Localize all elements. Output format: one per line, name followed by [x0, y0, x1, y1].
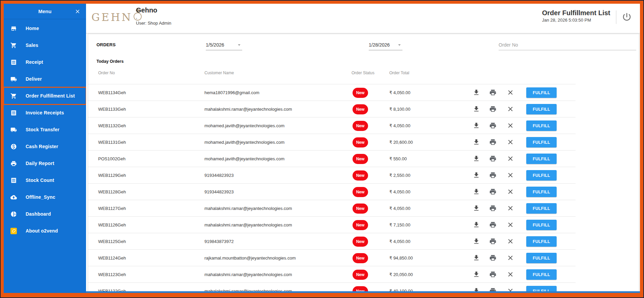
power-icon[interactable]	[622, 12, 632, 22]
sidebar-item-cash-register[interactable]: Cash Register	[4, 138, 86, 155]
sidebar: Menu HomeSalesReceiptDeliverOrder Fulfil…	[4, 4, 86, 293]
cart-icon	[10, 93, 17, 99]
sidebar-item-label: Daily Report	[26, 161, 54, 166]
timestamp: Jan 28, 2026 5:03:50 PM	[542, 18, 610, 23]
sidebar-item-stock-count[interactable]: Stock Count	[4, 172, 86, 189]
table-row: WEB1133Gehmahalakshmi.ramar@jeyantechnol…	[88, 101, 576, 117]
cancel-button[interactable]	[507, 171, 514, 179]
download-icon	[473, 221, 480, 228]
date-to-picker[interactable]: 1/28/2026	[369, 39, 402, 50]
print-button[interactable]	[489, 271, 497, 278]
sidebar-item-receipt[interactable]: Receipt	[4, 54, 86, 71]
download-button[interactable]	[473, 171, 480, 179]
sidebar-item-invoice-receipts[interactable]: Invoice Receipts	[4, 104, 86, 121]
print-button[interactable]	[489, 221, 497, 228]
order-no-input[interactable]	[499, 39, 636, 50]
cancel-button[interactable]	[507, 155, 514, 162]
close-icon	[507, 171, 514, 179]
print-button[interactable]	[489, 205, 497, 212]
header: GEHN Gehno , User: Shop Admin Order Fulf…	[86, 4, 640, 33]
download-button[interactable]	[473, 105, 480, 113]
sidebar-item-offline-sync[interactable]: Offline_Sync	[4, 189, 86, 206]
cart-icon	[10, 42, 17, 49]
receipt-icon	[10, 59, 17, 65]
sidebar-item-home[interactable]: Home	[4, 20, 86, 37]
print-button[interactable]	[489, 89, 497, 96]
order-no-cell: WEB1127Geh	[98, 206, 126, 211]
fulfill-button[interactable]: FULFILL	[526, 154, 557, 164]
close-icon	[507, 188, 514, 195]
download-button[interactable]	[473, 138, 480, 146]
cancel-button[interactable]	[507, 89, 514, 96]
close-icon	[507, 138, 514, 146]
sidebar-item-label: Deliver	[26, 76, 42, 82]
power-icon	[622, 12, 632, 22]
fulfill-button[interactable]: FULFILL	[526, 137, 557, 147]
cancel-button[interactable]	[507, 205, 514, 212]
fulfill-button[interactable]: FULFILL	[526, 170, 557, 181]
download-button[interactable]	[473, 205, 480, 212]
cancel-button[interactable]	[507, 122, 514, 129]
download-button[interactable]	[473, 188, 480, 195]
download-button[interactable]	[473, 155, 480, 162]
cancel-button[interactable]	[507, 138, 514, 146]
customer-cell: 919344823923	[204, 189, 234, 194]
print-button[interactable]	[489, 171, 497, 179]
status-badge: New	[353, 270, 368, 280]
cancel-button[interactable]	[507, 105, 514, 113]
order-no-cell: WEB1128Geh	[98, 189, 126, 194]
col-order-total: Order Total	[389, 71, 409, 75]
sidebar-item-about-o2vend[interactable]: About o2vend	[4, 222, 86, 239]
print-button[interactable]	[489, 238, 497, 245]
download-button[interactable]	[473, 221, 480, 228]
sidebar-item-daily-report[interactable]: Daily Report	[4, 155, 86, 172]
printer-icon	[489, 105, 497, 113]
cancel-button[interactable]	[507, 271, 514, 278]
sidebar-item-dashboard[interactable]: Dashboard	[4, 206, 86, 222]
print-button[interactable]	[489, 155, 497, 162]
table-row: WEB1124Gehrajkamal.mountbatton@jeyantech…	[88, 249, 576, 266]
col-customer-name: Customer Name	[204, 71, 234, 75]
print-button[interactable]	[489, 105, 497, 113]
sidebar-item-order-fulfillment-list[interactable]: Order Fulfillment List	[4, 87, 86, 104]
cancel-button[interactable]	[507, 221, 514, 228]
close-icon[interactable]	[75, 8, 81, 15]
order-no-cell: WEB1134Geh	[98, 90, 126, 95]
order-no-cell: POS1002Geh	[98, 156, 125, 161]
download-button[interactable]	[473, 89, 480, 96]
download-button[interactable]	[473, 254, 480, 262]
customer-cell: mahalakshmi.ramar@jeyantechnologies.com	[204, 107, 292, 112]
fulfill-button[interactable]: FULFILL	[526, 220, 557, 230]
fulfill-button[interactable]: FULFILL	[526, 236, 557, 247]
fulfill-button[interactable]: FULFILL	[526, 187, 557, 197]
fulfill-button[interactable]: FULFILL	[526, 120, 557, 131]
fulfill-button[interactable]: FULFILL	[526, 203, 557, 214]
fulfill-button[interactable]: FULFILL	[526, 253, 557, 263]
cancel-button[interactable]	[507, 188, 514, 195]
cancel-button[interactable]	[507, 238, 514, 245]
cancel-button[interactable]	[507, 254, 514, 262]
download-button[interactable]	[473, 122, 480, 129]
print-button[interactable]	[489, 254, 497, 262]
fulfill-button[interactable]: FULFILL	[526, 104, 557, 114]
customer-cell: mohamed.javith@jeyantechnologies.com	[204, 140, 284, 145]
sidebar-item-deliver[interactable]: Deliver	[4, 71, 86, 87]
download-button[interactable]	[473, 238, 480, 245]
total-cell: ₹ 20,600.00	[389, 140, 413, 145]
download-icon	[473, 238, 480, 245]
print-button[interactable]	[489, 122, 497, 129]
download-button[interactable]	[473, 271, 480, 278]
table-row: WEB1131Gehmohamed.javith@jeyantechnologi…	[88, 134, 576, 150]
table-row: WEB1128Geh919344823923New₹ 4,050.00FULFI…	[88, 183, 576, 200]
status-badge: New	[353, 253, 368, 263]
fulfill-button[interactable]: FULFILL	[526, 87, 557, 98]
date-from-picker[interactable]: 1/5/2026	[206, 39, 242, 50]
orders-section-title: ORDERS	[96, 42, 116, 47]
fulfill-button[interactable]: FULFILL	[526, 269, 557, 280]
sidebar-item-stock-transfer[interactable]: Stock Transfer	[4, 121, 86, 138]
sidebar-item-sales[interactable]: Sales	[4, 37, 86, 54]
print-button[interactable]	[489, 138, 497, 146]
print-button[interactable]	[489, 188, 497, 195]
brand-logo: GEHN	[91, 8, 143, 23]
close-icon	[507, 221, 514, 228]
